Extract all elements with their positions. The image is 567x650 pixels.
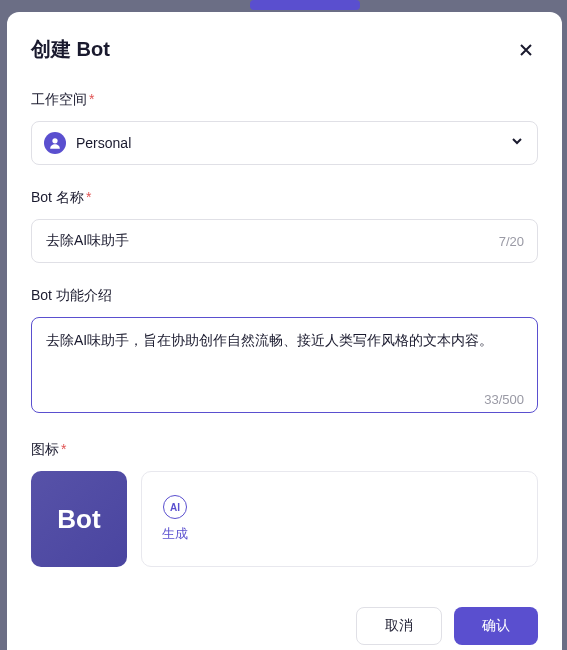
modal-header: 创建 Bot (31, 36, 538, 63)
close-icon (518, 42, 534, 58)
bot-desc-label: Bot 功能介绍 (31, 287, 538, 305)
ai-icon: AI (163, 495, 187, 519)
required-mark: * (61, 441, 66, 457)
icon-preview[interactable]: Bot (31, 471, 127, 567)
bot-desc-wrap: 33/500 (31, 317, 538, 417)
icon-group: 图标* Bot AI 生成 (31, 441, 538, 567)
bot-name-group: Bot 名称* 7/20 (31, 189, 538, 263)
chevron-down-icon (509, 133, 525, 153)
bot-desc-count: 33/500 (484, 392, 524, 407)
icon-generate-area: AI 生成 (141, 471, 538, 567)
workspace-label: 工作空间* (31, 91, 538, 109)
required-mark: * (89, 91, 94, 107)
workspace-group: 工作空间* Personal (31, 91, 538, 165)
svg-point-0 (52, 138, 57, 143)
bot-desc-group: Bot 功能介绍 33/500 (31, 287, 538, 417)
background-pill (250, 0, 360, 10)
icon-row: Bot AI 生成 (31, 471, 538, 567)
person-icon (44, 132, 66, 154)
close-button[interactable] (514, 38, 538, 62)
modal-title: 创建 Bot (31, 36, 110, 63)
workspace-value: Personal (76, 135, 131, 151)
modal-footer: 取消 确认 (31, 591, 538, 645)
create-bot-modal: 创建 Bot 工作空间* Personal Bot 名称* 7/20 (7, 12, 562, 650)
bot-name-input[interactable] (31, 219, 538, 263)
bot-name-input-wrap: 7/20 (31, 219, 538, 263)
generate-label: 生成 (162, 525, 188, 543)
cancel-button[interactable]: 取消 (356, 607, 442, 645)
confirm-button[interactable]: 确认 (454, 607, 538, 645)
bot-name-count: 7/20 (499, 234, 524, 249)
workspace-select[interactable]: Personal (31, 121, 538, 165)
bot-name-label: Bot 名称* (31, 189, 538, 207)
generate-icon-button[interactable]: AI 生成 (162, 495, 188, 543)
icon-label: 图标* (31, 441, 538, 459)
required-mark: * (86, 189, 91, 205)
bot-desc-textarea[interactable] (31, 317, 538, 413)
